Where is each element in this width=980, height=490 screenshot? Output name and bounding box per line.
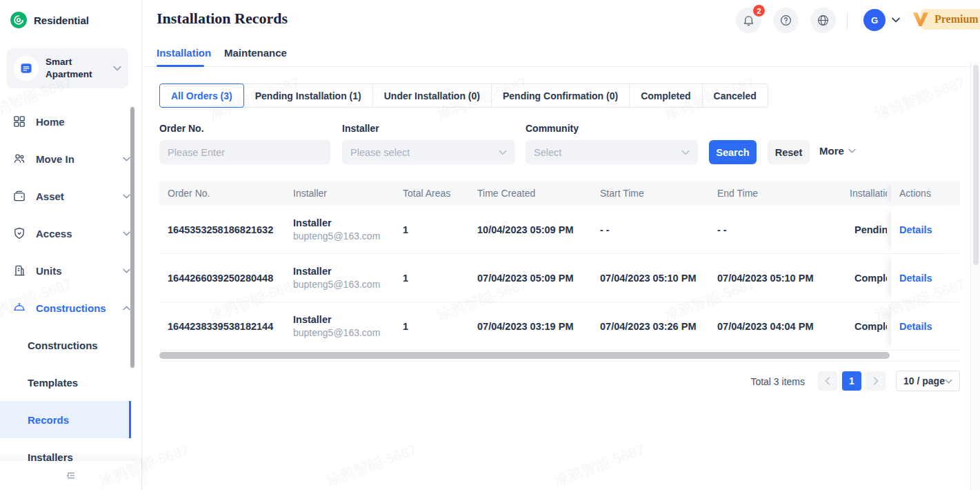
sidebar-subitem-label: Records [28, 414, 69, 426]
sidebar-item-units[interactable]: Units [0, 252, 141, 289]
tab-installation[interactable]: Installation [157, 47, 211, 59]
pagination-prev-button[interactable] [818, 371, 837, 391]
reset-button[interactable]: Reset [768, 140, 810, 164]
help-button[interactable] [773, 8, 799, 33]
status-tab-all-orders[interactable]: All Orders (3) [159, 84, 244, 108]
cell-installation-status: Completed [841, 273, 887, 284]
status-tab-under-installation[interactable]: Under Installation (0) [372, 84, 491, 107]
page-size-select[interactable]: 10 / page [896, 371, 960, 391]
cell-installation-status: Completed [841, 321, 887, 332]
sidebar-subitem-templates[interactable]: Templates [0, 364, 141, 401]
home-grid-icon [12, 115, 26, 128]
installer-email: bupteng5@163.com [293, 279, 394, 290]
installer-select-placeholder: Please select [350, 147, 410, 158]
status-text: Completed [854, 273, 887, 284]
chevron-left-icon [824, 377, 831, 385]
order-status-tabs: All Orders (3) Pending Installation (1) … [159, 84, 768, 108]
cell-actions: Details [891, 254, 960, 302]
pagination-next-button[interactable] [866, 371, 886, 391]
sidebar-subitem-constructions[interactable]: Constructions [0, 326, 141, 364]
sidebar-item-asset[interactable]: Asset [0, 177, 141, 215]
table-header-row: Order No. Installer Total Areas Time Cre… [159, 181, 960, 206]
cell-start-time: - - [592, 224, 709, 235]
chevron-down-icon [945, 379, 952, 384]
order-no-input[interactable] [159, 140, 330, 164]
chevron-down-icon [123, 268, 130, 273]
cell-installer: Installer bupteng5@163.com [285, 217, 394, 242]
cell-installer: Installer bupteng5@163.com [285, 266, 394, 290]
table-horizontal-scrollbar [159, 352, 960, 359]
details-link[interactable]: Details [899, 224, 932, 235]
sidebar-item-move-in[interactable]: Move In [0, 140, 141, 177]
globe-icon [817, 14, 830, 27]
community-select[interactable]: Select [526, 140, 698, 164]
premium-v-icon [912, 10, 930, 28]
workspace-icon [19, 61, 33, 75]
workspace-switcher[interactable]: Smart Apartment [7, 48, 128, 88]
chevron-down-icon [848, 148, 856, 153]
cell-actions: Details [891, 302, 960, 350]
more-filters-button[interactable]: More [819, 145, 856, 157]
page-vertical-scrollbar [970, 62, 980, 490]
page-header: Installation Records 2 [143, 0, 980, 67]
sidebar-item-label: Move In [36, 153, 113, 165]
shield-check-icon [12, 226, 26, 240]
cell-installation-status: Pending Installation [841, 224, 887, 235]
main-area: Installation Records 2 [143, 0, 980, 490]
cell-end-time: 07/04/2023 04:04 PM [709, 321, 841, 332]
column-header-time-created: Time Created [469, 188, 592, 199]
brand-name: Residential [34, 14, 89, 26]
column-header-order-no: Order No. [159, 188, 285, 199]
language-button[interactable] [810, 8, 836, 33]
pagination-page-1[interactable]: 1 [842, 371, 861, 391]
vertical-scrollbar-thumb[interactable] [973, 65, 979, 265]
installer-name: Installer [293, 314, 394, 325]
installer-name: Installer [293, 266, 394, 277]
premium-label: Premium [934, 13, 979, 26]
account-menu[interactable]: G [863, 9, 900, 31]
status-tab-pending-confirmation[interactable]: Pending Confirmation (0) [491, 84, 629, 107]
notification-count-badge: 2 [753, 5, 765, 17]
sidebar-item-home[interactable]: Home [0, 103, 141, 140]
horizontal-scrollbar-thumb[interactable] [159, 352, 890, 359]
table-row: 1644238339538182144 Installer bupteng5@1… [159, 302, 960, 351]
page-size-value: 10 / page [903, 375, 945, 386]
residential-logo-icon [10, 11, 28, 29]
question-circle-icon [779, 14, 792, 27]
page-title: Installation Records [157, 10, 288, 28]
cell-end-time: 07/04/2023 05:10 PM [709, 273, 841, 284]
sidebar-scrollbar-thumb[interactable] [130, 107, 134, 368]
premium-badge[interactable]: Premium [912, 9, 980, 30]
header-divider [847, 12, 848, 30]
cell-time-created: 07/04/2023 05:09 PM [469, 273, 592, 284]
status-text: Completed [854, 321, 887, 332]
notifications-button[interactable]: 2 [736, 8, 761, 33]
collapse-sidebar-icon[interactable] [66, 470, 77, 481]
column-header-start-time: Start Time [592, 188, 709, 199]
cell-total-areas: 1 [394, 321, 469, 332]
cell-installer: Installer bupteng5@163.com [285, 314, 394, 338]
sidebar-item-label: Units [36, 265, 113, 277]
column-header-installer: Installer [285, 188, 394, 199]
chevron-down-icon [892, 17, 900, 23]
sidebar-item-constructions[interactable]: Constructions [0, 289, 141, 326]
tab-maintenance[interactable]: Maintenance [224, 47, 287, 59]
details-link[interactable]: Details [899, 321, 932, 332]
installer-select[interactable]: Please select [342, 140, 515, 164]
app-root: 涂鸦智能-5687 涂鸦智能-5687 涂鸦智能-5687 涂鸦智能-5687 … [0, 0, 980, 490]
cell-end-time: - - [709, 224, 841, 235]
installer-email: bupteng5@163.com [293, 231, 394, 242]
search-button[interactable]: Search [709, 140, 757, 164]
sidebar-item-access[interactable]: Access [0, 215, 141, 252]
sidebar-subitem-records[interactable]: Records [0, 401, 131, 438]
brand: Residential [0, 0, 141, 29]
status-tab-pending-installation[interactable]: Pending Installation (1) [244, 84, 372, 107]
installation-records-table: Order No. Installer Total Areas Time Cre… [159, 181, 960, 351]
status-tab-completed[interactable]: Completed [629, 84, 701, 107]
status-tab-canceled[interactable]: Canceled [702, 84, 768, 107]
cell-start-time: 07/04/2023 03:26 PM [592, 321, 709, 332]
details-link[interactable]: Details [899, 273, 932, 284]
sidebar-item-label: Constructions [36, 302, 113, 314]
installer-label: Installer [342, 123, 379, 134]
users-icon [12, 152, 26, 166]
